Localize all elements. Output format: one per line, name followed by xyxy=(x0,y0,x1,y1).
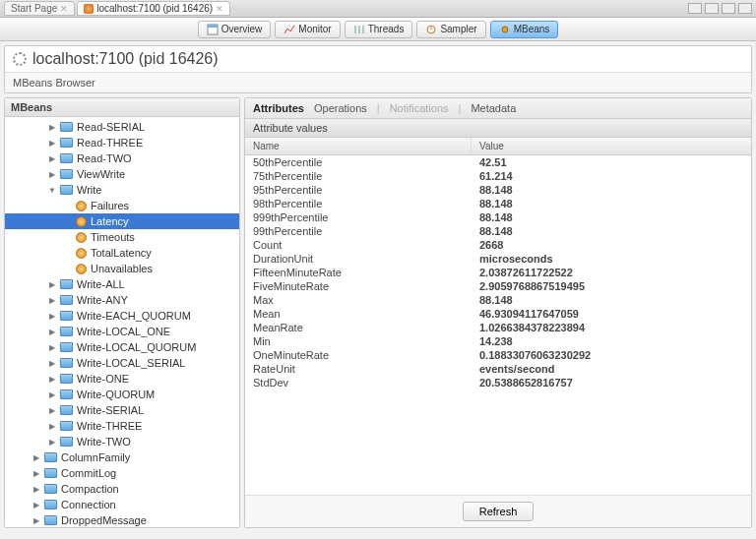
tree-folder[interactable]: ▶DroppedMessage xyxy=(5,512,239,527)
sampler-button[interactable]: Sampler xyxy=(416,21,485,38)
folder-icon xyxy=(60,389,73,399)
tree-folder[interactable]: ▶Write-LOCAL_SERIAL xyxy=(5,355,239,371)
monitor-button[interactable]: Monitor xyxy=(275,21,340,38)
threads-button[interactable]: Threads xyxy=(345,21,413,38)
disclosure-arrow-icon[interactable]: ▶ xyxy=(48,359,56,367)
disclosure-arrow-icon[interactable]: ▶ xyxy=(48,406,56,414)
col-value[interactable]: Value xyxy=(472,138,751,154)
attribute-row[interactable]: Count2668 xyxy=(245,238,751,252)
tab-start-page[interactable]: Start Page ✕ xyxy=(4,1,75,16)
disclosure-arrow-icon[interactable]: ▶ xyxy=(48,312,56,320)
attribute-row[interactable]: Min14.238 xyxy=(245,334,751,348)
disclosure-arrow-icon[interactable]: ▶ xyxy=(48,422,56,430)
attribute-row[interactable]: FiveMinuteRate2.9059768867519495 xyxy=(245,279,751,293)
disclosure-arrow-icon[interactable]: ▼ xyxy=(48,186,56,194)
svg-point-7 xyxy=(502,27,508,32)
tree-leaf[interactable]: TotalLatency xyxy=(5,245,239,261)
tree-leaf[interactable]: Latency xyxy=(5,213,239,229)
tree-folder[interactable]: ▶Read-SERIAL xyxy=(5,119,239,135)
disclosure-arrow-icon[interactable]: ▶ xyxy=(48,170,56,178)
tree-folder[interactable]: ▶Write-EACH_QUORUM xyxy=(5,308,239,324)
col-name[interactable]: Name xyxy=(245,138,472,154)
disclosure-arrow-icon[interactable]: ▶ xyxy=(32,453,40,461)
disclosure-arrow-icon[interactable]: ▶ xyxy=(48,390,56,398)
tree-folder[interactable]: ▶CommitLog xyxy=(5,465,239,481)
tab-localhost[interactable]: localhost:7100 (pid 16426) ✕ xyxy=(77,1,230,16)
window-button[interactable] xyxy=(705,3,719,14)
tab-attributes[interactable]: Attributes xyxy=(253,102,304,114)
mbeans-tree[interactable]: ▶Read-SERIAL▶Read-THREE▶Read-TWO▶ViewWri… xyxy=(5,117,239,527)
tab-metadata[interactable]: Metadata xyxy=(471,102,516,114)
disclosure-arrow-icon[interactable]: ▶ xyxy=(48,328,56,335)
tree-leaf[interactable]: Timeouts xyxy=(5,229,239,245)
disclosure-arrow-icon[interactable]: ▶ xyxy=(48,123,56,131)
attribute-row[interactable]: 99thPercentile88.148 xyxy=(245,224,751,238)
close-icon[interactable]: ✕ xyxy=(60,4,68,14)
attr-name: 75thPercentile xyxy=(245,169,472,183)
tree-label: Write-TWO xyxy=(77,436,131,448)
tree-leaf[interactable]: Failures xyxy=(5,198,239,213)
tab-operations[interactable]: Operations xyxy=(314,102,367,114)
disclosure-arrow-icon[interactable]: ▶ xyxy=(48,375,56,383)
attr-value: 88.148 xyxy=(472,197,751,210)
close-icon[interactable]: ✕ xyxy=(216,4,223,14)
disclosure-arrow-icon[interactable]: ▶ xyxy=(48,280,56,288)
attribute-row[interactable]: 95thPercentile88.148 xyxy=(245,183,751,197)
tree-folder[interactable]: ▶Read-TWO xyxy=(5,150,239,166)
disclosure-arrow-icon[interactable]: ▶ xyxy=(48,296,56,304)
tab-notifications[interactable]: Notifications xyxy=(390,102,449,114)
tree-folder[interactable]: ▼Write xyxy=(5,182,239,198)
attribute-row[interactable]: 75thPercentile61.214 xyxy=(245,169,751,183)
disclosure-arrow-icon[interactable] xyxy=(64,265,72,272)
disclosure-arrow-icon[interactable] xyxy=(64,249,72,257)
mbeans-button[interactable]: MBeans xyxy=(490,21,559,38)
attribute-row[interactable]: 50thPercentile42.51 xyxy=(245,155,751,169)
tree-folder[interactable]: ▶Write-TWO xyxy=(5,434,239,449)
tree-label: ViewWrite xyxy=(77,168,125,180)
disclosure-arrow-icon[interactable]: ▶ xyxy=(32,501,40,509)
attribute-row[interactable]: FifteenMinuteRate2.03872611722522 xyxy=(245,266,751,279)
disclosure-arrow-icon[interactable]: ▶ xyxy=(32,469,40,477)
tree-folder[interactable]: ▶Write-SERIAL xyxy=(5,402,239,418)
disclosure-arrow-icon[interactable]: ▶ xyxy=(32,516,40,524)
attribute-row[interactable]: DurationUnitmicroseconds xyxy=(245,252,751,266)
attribute-row[interactable]: StdDev20.5388652816757 xyxy=(245,376,751,389)
window-button[interactable] xyxy=(738,3,752,14)
attribute-row[interactable]: RateUnitevents/second xyxy=(245,362,751,376)
attribute-row[interactable]: 999thPercentile88.148 xyxy=(245,210,751,224)
tree-leaf[interactable]: Unavailables xyxy=(5,261,239,276)
tree-folder[interactable]: ▶Write-ALL xyxy=(5,276,239,292)
window-button[interactable] xyxy=(688,3,702,14)
tree-folder[interactable]: ▶Read-THREE xyxy=(5,135,239,150)
tree-folder[interactable]: ▶ColumnFamily xyxy=(5,449,239,465)
tree-folder[interactable]: ▶Write-THREE xyxy=(5,418,239,434)
tree-label: Write xyxy=(77,184,101,196)
disclosure-arrow-icon[interactable]: ▶ xyxy=(48,154,56,162)
disclosure-arrow-icon[interactable] xyxy=(64,202,72,210)
window-button[interactable] xyxy=(722,3,735,14)
tree-folder[interactable]: ▶Write-ANY xyxy=(5,292,239,308)
disclosure-arrow-icon[interactable]: ▶ xyxy=(48,438,56,446)
tree-folder[interactable]: ▶Compaction xyxy=(5,481,239,497)
overview-button[interactable]: Overview xyxy=(198,21,272,38)
tree-label: Latency xyxy=(91,215,129,227)
tree-label: Write-SERIAL xyxy=(77,404,144,416)
attribute-row[interactable]: Mean46.93094117647059 xyxy=(245,307,751,321)
attribute-row[interactable]: Max88.148 xyxy=(245,293,751,307)
disclosure-arrow-icon[interactable] xyxy=(64,233,72,241)
disclosure-arrow-icon[interactable]: ▶ xyxy=(48,343,56,351)
disclosure-arrow-icon[interactable]: ▶ xyxy=(48,139,56,147)
tree-folder[interactable]: ▶Connection xyxy=(5,497,239,512)
attribute-row[interactable]: 98thPercentile88.148 xyxy=(245,197,751,210)
tree-folder[interactable]: ▶Write-QUORUM xyxy=(5,387,239,402)
disclosure-arrow-icon[interactable] xyxy=(64,217,72,225)
refresh-button[interactable]: Refresh xyxy=(463,502,535,521)
attribute-row[interactable]: MeanRate1.0266384378223894 xyxy=(245,321,751,334)
attribute-row[interactable]: OneMinuteRate0.18833076063230292 xyxy=(245,348,751,362)
folder-icon xyxy=(60,342,73,352)
disclosure-arrow-icon[interactable]: ▶ xyxy=(32,485,40,493)
tree-folder[interactable]: ▶ViewWrite xyxy=(5,166,239,182)
tree-folder[interactable]: ▶Write-LOCAL_QUORUM xyxy=(5,339,239,355)
tree-folder[interactable]: ▶Write-ONE xyxy=(5,371,239,387)
tree-folder[interactable]: ▶Write-LOCAL_ONE xyxy=(5,324,239,339)
